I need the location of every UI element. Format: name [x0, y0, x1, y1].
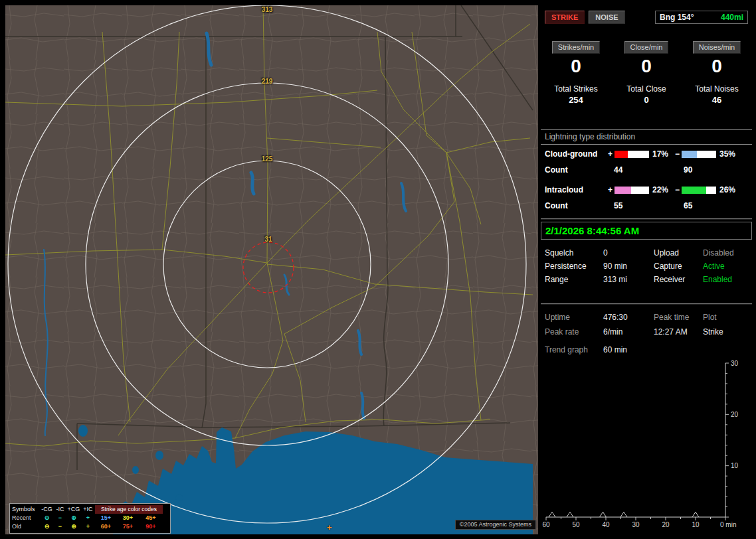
ic-minus-bar: [682, 187, 716, 194]
cg-plus-percent: 17%: [649, 149, 673, 159]
ic-minus-count: 65: [684, 201, 752, 210]
pos-cg-recent-icon: ⊕: [66, 514, 81, 522]
strike-symbol: +: [327, 522, 332, 532]
noises-per-min-button[interactable]: Noises/min: [693, 41, 741, 54]
squelch-value: 0: [603, 246, 654, 260]
uptime-label: Uptime: [545, 310, 603, 325]
svg-text:30: 30: [632, 521, 640, 528]
intracloud-row: Intracloud + 22% − 26%: [541, 185, 752, 194]
capture-status: Active: [703, 260, 752, 273]
bearing-range-value: 440mi: [721, 13, 743, 22]
svg-text:50: 50: [572, 521, 580, 528]
age-90-label: 90+: [139, 522, 163, 531]
legend-age-header: Strike age color codes: [95, 505, 163, 514]
svg-text:10: 10: [692, 521, 700, 528]
peak-rate-value: 6/min: [603, 325, 654, 339]
cloud-ground-row: Cloud-ground + 17% − 35%: [541, 149, 752, 159]
trend-section: Uptime 476:30 Peak time Plot Peak rate 6…: [541, 305, 752, 533]
ic-plus-bar: [614, 187, 649, 194]
upload-status: Disabled: [703, 246, 752, 260]
svg-text:60: 60: [542, 521, 550, 528]
trend-window-value: 60 min: [603, 343, 752, 356]
minus-sign: −: [673, 149, 682, 159]
neg-ic-recent-icon: −: [54, 514, 66, 522]
neg-cg-old-icon: ⊖: [40, 522, 54, 531]
count-label: Count: [545, 201, 614, 210]
trend-graph-label: Trend graph: [545, 343, 603, 356]
range-ring-label-313: 313: [255, 6, 279, 13]
legend-symbols-header: Symbols: [12, 505, 40, 514]
persistence-value: 90 min: [603, 260, 654, 273]
svg-text:10: 10: [731, 462, 739, 469]
svg-text:0 min: 0 min: [720, 521, 736, 528]
total-noises-value: 46: [682, 95, 752, 105]
status-section: 2/1/2026 8:44:56 AM Squelch 0 Upload Dis…: [541, 222, 752, 303]
intracloud-count-row: Count 55 65: [541, 201, 752, 210]
pos-cg-old-icon: ⊕: [66, 522, 81, 531]
legend-col-neg-ic: -IC: [54, 505, 66, 514]
plot-value: Strike: [703, 325, 752, 339]
range-label: Range: [545, 273, 603, 286]
minus-sign: −: [673, 185, 682, 194]
legend-old-label: Old: [12, 522, 40, 531]
range-ring-label-219: 219: [255, 78, 279, 85]
distribution-title: Lightning type distribution: [541, 130, 752, 145]
upload-label: Upload: [654, 246, 703, 260]
cg-minus-count: 90: [684, 165, 752, 175]
total-noises-label: Total Noises: [682, 84, 752, 94]
strikes-per-min-button[interactable]: Strikes/min: [552, 41, 600, 54]
strike-mode-button[interactable]: STRIKE: [545, 11, 585, 24]
age-60-label: 60+: [95, 522, 117, 531]
total-strikes-label: Total Strikes: [541, 84, 611, 94]
squelch-label: Squelch: [545, 246, 603, 260]
strikes-per-min-column: Strikes/min 0 Total Strikes 254: [541, 41, 611, 105]
peak-time-value: 12:27 AM: [654, 325, 703, 339]
count-label: Count: [545, 165, 614, 175]
noise-mode-button[interactable]: NOISE: [589, 11, 624, 24]
cg-plus-bar: [614, 151, 649, 158]
peak-rate-label: Peak rate: [545, 325, 603, 339]
ic-minus-percent: 26%: [716, 185, 752, 194]
close-per-min-button[interactable]: Close/min: [624, 41, 669, 54]
age-30-label: 30+: [117, 514, 139, 522]
neg-cg-recent-icon: ⊖: [40, 514, 54, 522]
cg-plus-count: 44: [614, 165, 684, 175]
map-view[interactable]: 313 219 125 31 + Symbols -CG -IC +CG +IC…: [5, 5, 538, 534]
cloud-ground-label: Cloud-ground: [545, 149, 606, 159]
cg-minus-percent: 35%: [716, 149, 752, 159]
uptime-value: 476:30: [603, 310, 654, 325]
trend-graph: 3020106050403020100 min: [541, 358, 752, 533]
svg-text:30: 30: [731, 360, 739, 367]
intracloud-label: Intracloud: [545, 185, 606, 194]
range-ring-label-125: 125: [255, 155, 279, 163]
map-legend: Symbols -CG -IC +CG +IC Strike age color…: [9, 503, 171, 534]
legend-col-pos-ic: +IC: [81, 505, 95, 514]
noises-per-min-column: Noises/min 0 Total Noises 46: [682, 41, 752, 105]
plus-sign: +: [606, 149, 614, 159]
total-strikes-value: 254: [541, 95, 611, 105]
pos-ic-old-icon: +: [81, 522, 95, 531]
cg-minus-bar: [682, 151, 716, 158]
legend-recent-label: Recent: [12, 514, 40, 522]
age-45-label: 45+: [139, 514, 163, 522]
legend-col-pos-cg: +CG: [66, 505, 81, 514]
copyright-label: ©2005 Astrogenic Systems: [455, 520, 536, 530]
plot-label: Plot: [703, 310, 752, 325]
receiver-status: Enabled: [703, 273, 752, 286]
range-ring-label-31: 31: [256, 236, 280, 243]
app-window: 313 219 125 31 + Symbols -CG -IC +CG +IC…: [0, 0, 756, 539]
clock-display: 2/1/2026 8:44:56 AM: [541, 222, 752, 240]
capture-label: Capture: [654, 260, 703, 273]
legend-col-neg-cg: -CG: [40, 505, 54, 514]
close-per-min-column: Close/min 0 Total Close 0: [611, 41, 682, 105]
svg-text:40: 40: [602, 521, 610, 528]
strikes-per-min-value: 0: [541, 56, 611, 76]
persistence-label: Persistence: [545, 260, 603, 273]
plus-sign: +: [606, 185, 614, 194]
age-75-label: 75+: [117, 522, 139, 531]
total-close-value: 0: [611, 95, 682, 105]
statistics-section: STRIKE NOISE Bng 154° 440mi Strikes/min …: [541, 11, 752, 218]
neg-ic-old-icon: −: [54, 522, 66, 531]
total-close-label: Total Close: [611, 84, 682, 94]
bearing-label: Bng 154°: [660, 13, 694, 22]
